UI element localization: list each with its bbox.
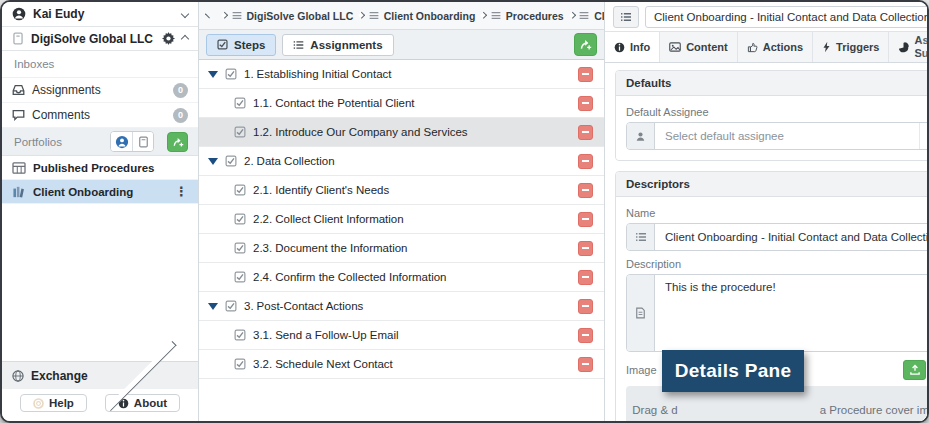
person-icon xyxy=(627,123,655,149)
step-row[interactable]: 2.2. Collect Client Information xyxy=(199,205,604,234)
organization-menu[interactable]: DigiSolve Global LLC xyxy=(2,27,198,51)
share-add-button[interactable] xyxy=(574,33,597,56)
breadcrumb-item[interactable]: Client Onboarding - Initial Contact and … xyxy=(570,10,604,22)
sidebar-item-assignments[interactable]: Assignments 0 xyxy=(2,78,198,103)
sidebar-item-client-onboarding[interactable]: Client Onboarding ⋮ xyxy=(2,180,198,204)
table-grid-icon xyxy=(12,162,26,174)
person-circle-icon xyxy=(115,135,129,149)
steps-tree: 1. Establishing Initial Contact 1.1. Con… xyxy=(199,60,604,421)
remove-step-button[interactable] xyxy=(578,96,593,111)
default-assignee-select[interactable]: Select default assignee xyxy=(626,122,929,150)
step-label: Schedule Next Contact xyxy=(275,358,393,370)
remove-step-button[interactable] xyxy=(578,67,593,82)
procedure-title-input[interactable] xyxy=(645,6,929,28)
collapse-caret-icon[interactable] xyxy=(208,158,218,165)
globe-icon xyxy=(12,370,24,382)
document-icon xyxy=(627,275,655,351)
breadcrumb-item[interactable]: Procedures xyxy=(481,10,563,22)
remove-step-button[interactable] xyxy=(578,154,593,169)
breadcrumb-separator-icon xyxy=(480,12,486,18)
remove-step-button[interactable] xyxy=(578,299,593,314)
name-label: Name xyxy=(626,207,929,219)
step-number: 1. xyxy=(244,68,254,80)
collapse-caret-icon[interactable] xyxy=(208,303,218,310)
step-row[interactable]: 3. Post-Contact Actions xyxy=(199,292,604,321)
step-row[interactable]: 1. Establishing Initial Contact xyxy=(199,60,604,89)
step-row[interactable]: 3.1. Send a Follow-Up Email xyxy=(199,321,604,350)
tab-assignments[interactable]: Assignments xyxy=(282,34,393,56)
step-row[interactable]: 1.2. Introduce Our Company and Services xyxy=(199,118,604,147)
portfolio-icon xyxy=(369,11,379,20)
portfolios-section: Portfolios xyxy=(2,128,198,156)
collapse-caret-icon[interactable] xyxy=(208,71,218,78)
name-field[interactable]: Client Onboarding - Initial Contact and … xyxy=(626,223,929,251)
step-row[interactable]: 2.1. Identify Client's Needs xyxy=(199,176,604,205)
step-checkbox-icon[interactable] xyxy=(234,213,246,225)
back-chevron-icon[interactable] xyxy=(205,13,210,18)
descriptors-header[interactable]: Descriptors xyxy=(616,172,929,197)
sidebar-spacer xyxy=(2,204,198,361)
list-icon xyxy=(627,224,655,250)
step-row[interactable]: 2.4. Confirm the Collected Information xyxy=(199,263,604,292)
tab-info[interactable]: Info xyxy=(605,32,660,62)
org-settings-gear-icon[interactable] xyxy=(162,32,175,45)
organization-name: DigiSolve Global LLC xyxy=(31,32,153,46)
description-field[interactable]: This is the procedure! xyxy=(626,274,929,352)
sidebar-item-exchange[interactable]: Exchange xyxy=(2,361,198,389)
step-checkbox-icon[interactable] xyxy=(234,126,246,138)
collapse-org-chevron-icon[interactable] xyxy=(181,34,189,42)
remove-step-button[interactable] xyxy=(578,328,593,343)
step-checkbox-icon[interactable] xyxy=(234,184,246,196)
step-checkbox-icon[interactable] xyxy=(234,97,246,109)
tab-assignment-summary[interactable]: Assignment Summary xyxy=(889,32,929,62)
step-row[interactable]: 1.1. Contact the Potential Client xyxy=(199,89,604,118)
help-button[interactable]: Help xyxy=(20,394,87,412)
step-checkbox-icon[interactable] xyxy=(225,68,237,80)
step-label: Contact the Potential Client xyxy=(275,97,414,109)
remove-step-button[interactable] xyxy=(578,357,593,372)
tab-content[interactable]: Content xyxy=(660,32,738,62)
all-portfolios-toggle[interactable] xyxy=(132,132,153,151)
step-checkbox-icon[interactable] xyxy=(225,300,237,312)
step-checkbox-icon[interactable] xyxy=(234,358,246,370)
remove-step-button[interactable] xyxy=(578,270,593,285)
upload-image-button[interactable] xyxy=(903,360,926,380)
step-row[interactable]: 3.2. Schedule Next Contact xyxy=(199,350,604,379)
breadcrumb-item[interactable]: Client Onboarding xyxy=(359,10,475,22)
step-label: Establishing Initial Contact xyxy=(257,68,392,80)
step-checkbox-icon[interactable] xyxy=(225,155,237,167)
tab-actions[interactable]: Actions xyxy=(738,32,813,62)
step-row[interactable]: 2. Data Collection xyxy=(199,147,604,176)
step-number: 2.3. xyxy=(253,242,272,254)
step-checkbox-icon[interactable] xyxy=(234,271,246,283)
tab-overflow-fade xyxy=(889,32,929,62)
kebab-menu-icon[interactable]: ⋮ xyxy=(175,185,188,198)
tab-triggers[interactable]: Triggers xyxy=(813,32,889,62)
add-portfolio-button[interactable] xyxy=(167,132,188,152)
my-portfolios-toggle[interactable] xyxy=(111,132,132,151)
dropzone-text-end: a Procedure cover image xyxy=(820,404,929,416)
user-menu[interactable]: Kai Eudy xyxy=(2,2,198,27)
step-number: 1.1. xyxy=(253,97,272,109)
sidebar-item-comments[interactable]: Comments 0 xyxy=(2,103,198,128)
tab-steps[interactable]: Steps xyxy=(206,34,276,56)
step-checkbox-icon[interactable] xyxy=(234,242,246,254)
breadcrumb-label: Client Onboarding xyxy=(384,10,476,22)
lightning-icon xyxy=(822,41,831,53)
step-number: 2. xyxy=(244,155,254,167)
procedures-list-icon xyxy=(491,11,501,20)
remove-step-button[interactable] xyxy=(578,212,593,227)
remove-step-button[interactable] xyxy=(578,125,593,140)
default-assignee-placeholder: Select default assignee xyxy=(655,123,919,149)
defaults-header[interactable]: Defaults xyxy=(616,71,929,96)
step-label: Introduce Our Company and Services xyxy=(275,126,467,138)
remove-step-button[interactable] xyxy=(578,183,593,198)
sidebar-item-published-procedures[interactable]: Published Procedures xyxy=(2,156,198,180)
breadcrumb-item[interactable]: DigiSolve Global LLC xyxy=(222,10,353,22)
step-row[interactable]: 2.3. Document the Information xyxy=(199,234,604,263)
chevron-down-icon[interactable] xyxy=(181,10,189,18)
remove-step-button[interactable] xyxy=(578,241,593,256)
checkbox-icon xyxy=(217,39,228,50)
select-dropdown-chevron-icon[interactable] xyxy=(919,123,929,149)
step-checkbox-icon[interactable] xyxy=(234,329,246,341)
